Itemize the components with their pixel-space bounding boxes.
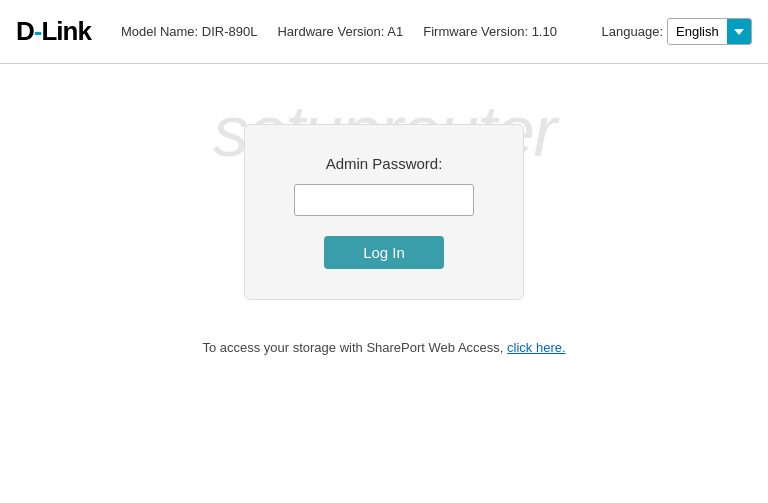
dlink-logo: D-Link — [16, 16, 91, 47]
shareport-text: To access your storage with SharePort We… — [202, 340, 565, 355]
main-content: Admin Password: Log In To access your st… — [0, 64, 768, 355]
language-label: Language: — [602, 24, 663, 39]
admin-password-input[interactable] — [294, 184, 474, 216]
hardware-version: Hardware Version: A1 — [277, 24, 403, 39]
model-name: Model Name: DIR-890L — [121, 24, 258, 39]
firmware-version: Firmware Version: 1.10 — [423, 24, 557, 39]
hardware-value: A1 — [387, 24, 403, 39]
header-info: Model Name: DIR-890L Hardware Version: A… — [121, 24, 602, 39]
model-value: DIR-890L — [202, 24, 258, 39]
login-button[interactable]: Log In — [324, 236, 444, 269]
model-label: Model Name: — [121, 24, 198, 39]
header: D-Link Model Name: DIR-890L Hardware Ver… — [0, 0, 768, 64]
admin-password-label: Admin Password: — [326, 155, 443, 172]
language-select-wrapper[interactable]: English French German Spanish — [667, 18, 752, 45]
logo-area: D-Link — [16, 16, 91, 47]
shareport-link[interactable]: click here. — [507, 340, 566, 355]
firmware-label: Firmware Version: — [423, 24, 528, 39]
firmware-value: 1.10 — [532, 24, 557, 39]
shareport-prefix: To access your storage with SharePort We… — [202, 340, 503, 355]
language-select[interactable]: English French German Spanish — [668, 19, 751, 44]
hardware-label: Hardware Version: — [277, 24, 384, 39]
logo-dash: - — [34, 16, 42, 46]
login-card: Admin Password: Log In — [244, 124, 524, 300]
language-area: Language: English French German Spanish — [602, 18, 752, 45]
